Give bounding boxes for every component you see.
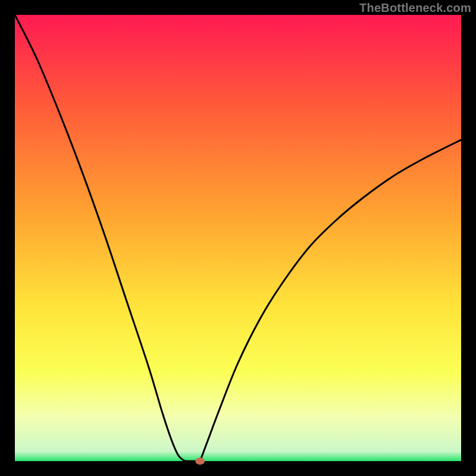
watermark-text: TheBottleneck.com	[359, 1, 471, 15]
optimum-marker	[195, 458, 205, 465]
bottleneck-chart	[0, 0, 476, 476]
chart-frame: TheBottleneck.com	[0, 0, 476, 476]
gradient-background	[15, 15, 461, 461]
